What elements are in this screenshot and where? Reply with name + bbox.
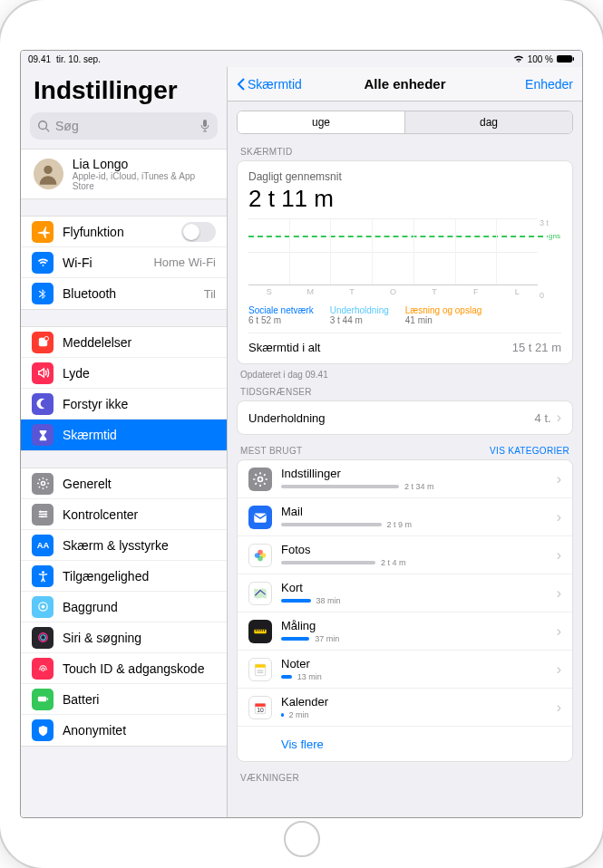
airplane-icon: [32, 221, 53, 243]
sidebar-item-label: Meddelelser: [63, 335, 216, 350]
wallpaper-icon: [32, 596, 53, 618]
search-input[interactable]: Søg: [30, 112, 218, 140]
total-screen-time[interactable]: Skærmtid i alt 15 t 21 m: [248, 333, 561, 354]
sidebar-item-touch-id-adgangskode[interactable]: Touch ID & adgangskode: [21, 653, 227, 684]
usage-bar: [281, 713, 284, 717]
svg-rect-0: [557, 55, 572, 63]
sidebar-item-kontrolcenter[interactable]: Kontrolcenter: [21, 499, 227, 530]
sidebar-item-siri-søgning[interactable]: Siri & søgning: [21, 622, 227, 653]
svg-text:AA: AA: [36, 541, 49, 550]
sidebar-item-anonymitet[interactable]: Anonymitet: [21, 715, 227, 746]
siri-icon: [32, 627, 53, 649]
app-time: 2 t 4 m: [381, 558, 406, 567]
devices-button[interactable]: Enheder: [525, 77, 573, 92]
app-row-kort[interactable]: Kort 38 min ›: [238, 574, 572, 612]
svg-point-5: [44, 166, 53, 174]
category-breakdown: Sociale netværk6 t 52 m Underholdning3 t…: [248, 305, 561, 325]
svg-point-10: [44, 513, 46, 515]
sidebar-item-label: Skærm & lysstyrke: [63, 538, 216, 553]
battery-icon: [557, 54, 575, 63]
sidebar-item-generelt[interactable]: Generelt: [21, 468, 227, 499]
sidebar-item-bluetooth[interactable]: Bluetooth Til: [21, 278, 227, 309]
home-button[interactable]: [284, 821, 320, 857]
brightness-icon: AA: [32, 535, 53, 556]
svg-rect-1: [573, 57, 575, 61]
nav-bar: Skærmtid Alle enheder Enheder: [228, 67, 582, 101]
sidebar-item-tilgængelighed[interactable]: Tilgængelighed: [21, 561, 227, 592]
svg-point-8: [41, 481, 44, 485]
svg-point-2: [39, 121, 47, 130]
app-row-mail[interactable]: Mail 2 t 9 m ›: [238, 498, 572, 536]
sidebar-item-label: Generelt: [63, 477, 216, 491]
limit-entertainment[interactable]: Underholdning 4 t. ›: [238, 401, 572, 434]
app-time: 2 t 9 m: [387, 520, 413, 529]
notif-icon: [32, 332, 53, 353]
row-value: Til: [204, 287, 216, 301]
app-name: Noter: [281, 657, 557, 670]
app-row-kalender[interactable]: 10 Kalender 2 min ›: [238, 689, 572, 727]
battery-icon: [32, 689, 53, 710]
dictation-icon: [199, 119, 210, 133]
svg-point-17: [40, 635, 45, 641]
sidebar-item-label: Siri & søgning: [63, 631, 216, 645]
svg-rect-18: [37, 697, 45, 702]
usage-chart: 3 t0 gns SMTOTFL: [248, 218, 561, 300]
chevron-right-icon: ›: [557, 471, 561, 487]
chevron-left-icon: [237, 77, 246, 92]
section-limits: Tidsgrænser: [240, 387, 569, 397]
sidebar-item-skærmtid[interactable]: Skærmtid: [21, 420, 227, 450]
toggle-switch[interactable]: [181, 222, 216, 242]
sidebar-item-batteri[interactable]: Batteri: [21, 684, 227, 715]
svg-point-9: [39, 511, 41, 513]
svg-line-3: [46, 129, 50, 132]
sidebar-item-meddelelser[interactable]: Meddelelser: [21, 327, 227, 358]
app-time: 38 min: [316, 596, 341, 605]
battery-pct: 100 %: [528, 54, 553, 64]
sidebar-item-flyfunktion[interactable]: Flyfunktion: [21, 217, 227, 247]
sidebar-item-label: Touch ID & adgangskode: [63, 661, 216, 676]
sliders-icon: [32, 504, 53, 526]
sidebar-item-label: Anonymitet: [63, 723, 216, 738]
status-bar: 09.41 tir. 10. sep. 100 %: [21, 51, 582, 67]
status-date: tir. 10. sep.: [56, 54, 101, 64]
app-time: 2 min: [289, 710, 309, 719]
show-more-button[interactable]: Vis flere: [238, 727, 572, 761]
most-used-list: Indstillinger 2 t 34 m › Mail 2 t 9 m › …: [237, 459, 573, 762]
sidebar-item-label: Flyfunktion: [63, 225, 181, 239]
seg-week[interactable]: uge: [238, 111, 404, 133]
app-row-noter[interactable]: Noter 13 min ›: [238, 651, 572, 689]
gear-icon: [32, 473, 53, 495]
chevron-right-icon: ›: [557, 661, 561, 678]
app-name: Mail: [281, 505, 557, 518]
sidebar-item-label: Batteri: [63, 692, 216, 707]
sidebar-item-wi-fi[interactable]: Wi-Fi Home Wi-Fi: [21, 247, 227, 278]
sidebar-item-lyde[interactable]: Lyde: [21, 358, 227, 389]
period-segmented[interactable]: uge dag: [237, 111, 573, 134]
app-row-måling[interactable]: Måling 37 min ›: [238, 612, 572, 651]
chevron-right-icon: ›: [557, 699, 561, 716]
settings-sidebar: Indstillinger Søg Lia Longo Apple-id, iC…: [21, 67, 228, 817]
app-name: Måling: [281, 619, 557, 632]
svg-text:10: 10: [257, 707, 264, 713]
sidebar-item-label: Baggrund: [63, 600, 216, 614]
chevron-right-icon: ›: [557, 547, 561, 564]
profile-row[interactable]: Lia Longo Apple-id, iCloud, iTunes & App…: [21, 149, 227, 199]
svg-rect-19: [46, 699, 47, 700]
app-row-fotos[interactable]: Fotos 2 t 4 m ›: [238, 536, 572, 574]
show-categories-button[interactable]: Vis kategorier: [490, 446, 569, 456]
back-button[interactable]: Skærmtid: [237, 77, 302, 92]
seg-day[interactable]: dag: [404, 111, 572, 133]
usage-bar: [281, 637, 309, 641]
sidebar-item-forstyr-ikke[interactable]: Forstyr ikke: [21, 389, 227, 420]
app-row-indstillinger[interactable]: Indstillinger 2 t 34 m ›: [238, 460, 572, 498]
svg-point-15: [41, 605, 44, 609]
usage-bar: [281, 485, 399, 488]
sidebar-item-label: Tilgængelighed: [63, 569, 216, 583]
app-name: Kalender: [281, 695, 557, 709]
sidebar-item-label: Kontrolcenter: [63, 507, 216, 522]
sidebar-item-baggrund[interactable]: Baggrund: [21, 592, 227, 622]
sound-icon: [32, 362, 53, 384]
gear-icon: [248, 468, 272, 491]
search-icon: [37, 120, 50, 132]
sidebar-item-skærm-lysstyrke[interactable]: AA Skærm & lysstyrke: [21, 530, 227, 561]
